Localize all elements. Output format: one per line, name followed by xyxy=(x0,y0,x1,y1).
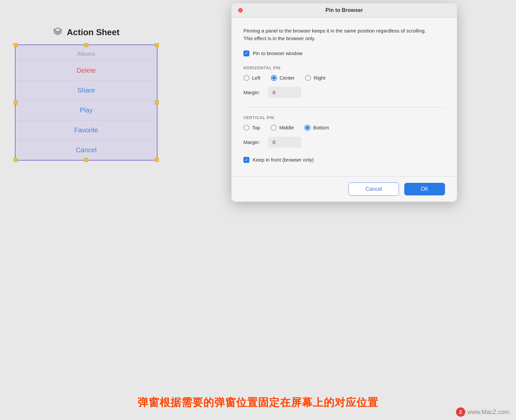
h-margin-input[interactable] xyxy=(268,87,301,98)
h-right-label: Right xyxy=(314,75,325,81)
ok-button[interactable]: OK xyxy=(404,183,445,195)
handle-tm[interactable] xyxy=(84,43,88,47)
dialog-footer: Cancel OK xyxy=(231,176,457,202)
action-sheet-item-share[interactable]: Share xyxy=(16,80,157,100)
cancel-button[interactable]: Cancel xyxy=(349,182,399,196)
handle-tl[interactable] xyxy=(14,43,18,47)
dialog-titlebar: Pin to Browser xyxy=(231,3,457,18)
handle-mr[interactable] xyxy=(155,101,159,105)
action-sheet-inner: Albums Delete Share Play Favorite Cancel xyxy=(16,45,157,160)
watermark-text: www.MacZ.com xyxy=(467,409,509,416)
v-top-label: Top xyxy=(252,125,260,130)
dialog-description: Pinning a panel to the browser keeps it … xyxy=(243,27,445,42)
pin-to-browser-label: Pin to browser window xyxy=(253,50,302,56)
handle-tr[interactable] xyxy=(155,43,159,47)
h-center-option[interactable]: Center xyxy=(271,75,294,81)
v-bottom-option[interactable]: Bottom xyxy=(304,125,329,131)
v-bottom-radio[interactable] xyxy=(304,125,310,131)
h-center-radio[interactable] xyxy=(271,75,277,81)
v-margin-input[interactable] xyxy=(268,137,301,148)
layers-icon xyxy=(53,27,62,38)
dialog-body: Pinning a panel to the browser keeps it … xyxy=(231,18,457,166)
horizontal-pin-radio-group: Left Center Right xyxy=(243,75,445,81)
canvas-area: Action Sheet Albums Delete Share Play Fa… xyxy=(0,0,172,391)
horizontal-pin-section-label: HORIZONTAL PIN xyxy=(243,66,445,70)
dialog-title: Pin to Browser xyxy=(231,7,457,13)
vertical-pin-section-label: VERTICAL PIN xyxy=(243,115,445,120)
v-top-option[interactable]: Top xyxy=(243,125,260,131)
v-margin-row: Margin: xyxy=(243,137,445,148)
v-top-radio[interactable] xyxy=(243,125,249,131)
h-left-option[interactable]: Left xyxy=(243,75,260,81)
v-middle-radio[interactable] xyxy=(271,125,277,131)
v-bottom-label: Bottom xyxy=(313,125,329,130)
h-center-label: Center xyxy=(280,75,294,81)
action-sheet-section-label: Albums xyxy=(16,45,157,60)
action-sheet-item-cancel[interactable]: Cancel xyxy=(16,140,157,160)
pin-to-browser-checkbox[interactable]: ✓ xyxy=(243,50,249,56)
action-sheet-item-play[interactable]: Play xyxy=(16,100,157,120)
component-header: Action Sheet xyxy=(53,27,120,38)
keep-in-front-label: Keep in front (browser only) xyxy=(253,157,314,163)
h-left-radio[interactable] xyxy=(243,75,249,81)
action-sheet-item-delete[interactable]: Delete xyxy=(16,60,157,80)
vertical-pin-radio-group: Top Middle Bottom xyxy=(243,125,445,131)
pin-to-browser-row[interactable]: ✓ Pin to browser window xyxy=(243,50,445,56)
component-title: Action Sheet xyxy=(67,27,120,37)
h-margin-row: Margin: xyxy=(243,87,445,98)
v-margin-label: Margin: xyxy=(243,139,263,145)
handle-ml[interactable] xyxy=(14,101,18,105)
action-sheet-widget: Albums Delete Share Play Favorite Cancel xyxy=(15,44,158,161)
v-middle-option[interactable]: Middle xyxy=(271,125,294,131)
keep-front-checkmark-icon: ✓ xyxy=(245,158,248,162)
checkmark-icon: ✓ xyxy=(245,51,248,55)
watermark-icon: Z xyxy=(456,407,465,417)
h-left-label: Left xyxy=(252,75,260,81)
pin-to-browser-dialog: Pin to Browser Pinning a panel to the br… xyxy=(231,3,457,202)
handle-bm[interactable] xyxy=(84,158,88,162)
handle-br[interactable] xyxy=(155,158,159,162)
bottom-description-text: 弹窗根据需要的弹窗位置固定在屏幕上的对应位置 xyxy=(0,395,516,410)
section-divider xyxy=(243,107,445,107)
dialog-overlay: Pin to Browser Pinning a panel to the br… xyxy=(172,0,516,325)
h-right-option[interactable]: Right xyxy=(305,75,325,81)
action-sheet-item-favorite[interactable]: Favorite xyxy=(16,120,157,140)
watermark: Z www.MacZ.com xyxy=(456,407,509,417)
keep-in-front-row[interactable]: ✓ Keep in front (browser only) xyxy=(243,157,445,166)
v-middle-label: Middle xyxy=(279,125,294,130)
h-right-radio[interactable] xyxy=(305,75,311,81)
h-margin-label: Margin: xyxy=(243,90,263,95)
handle-bl[interactable] xyxy=(14,158,18,162)
keep-in-front-checkbox[interactable]: ✓ xyxy=(243,157,249,163)
